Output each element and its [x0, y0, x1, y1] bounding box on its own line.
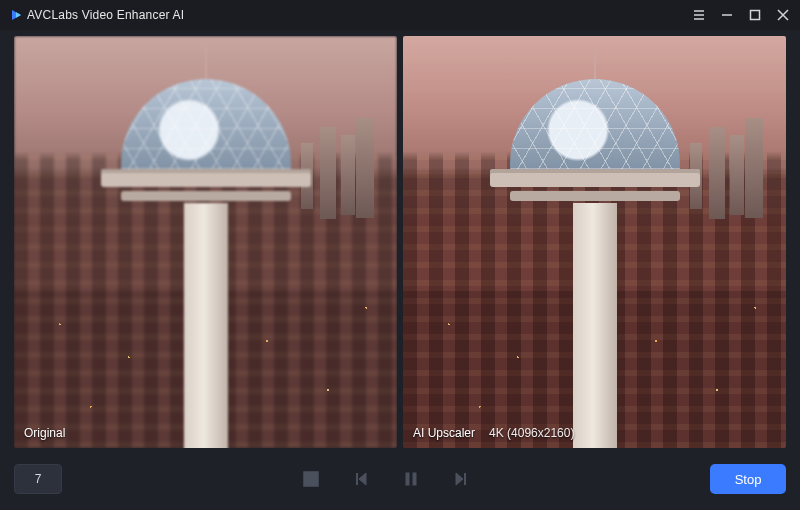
- upscaled-label-text: AI Upscaler: [413, 426, 475, 440]
- frame-number-value: 7: [35, 472, 42, 486]
- tower-graphic: [510, 69, 680, 448]
- pause-icon[interactable]: [400, 468, 422, 490]
- app-title: AVCLabs Video Enhancer AI: [27, 8, 184, 22]
- frame-number-input[interactable]: 7: [14, 464, 62, 494]
- upscaled-label: AI Upscaler 4K (4096x2160): [413, 426, 574, 440]
- tower-graphic: [121, 69, 291, 448]
- upscaled-pane: AI Upscaler 4K (4096x2160): [403, 36, 786, 448]
- svg-rect-0: [751, 11, 760, 20]
- window-controls: [692, 8, 790, 22]
- app-logo-icon: [12, 10, 21, 20]
- titlebar: AVCLabs Video Enhancer AI: [0, 0, 800, 30]
- svg-rect-4: [413, 473, 416, 485]
- svg-rect-2: [308, 476, 314, 482]
- close-icon[interactable]: [776, 8, 790, 22]
- bottombar: 7 Stop: [0, 448, 800, 510]
- comparison-split: Original AI Upscaler 4K (4096x2160): [14, 36, 786, 448]
- upscaled-resolution: 4K (4096x2160): [489, 426, 574, 440]
- stop-button[interactable]: Stop: [710, 464, 786, 494]
- preview-area: Original AI Upscaler 4K (4096x2160): [0, 30, 800, 448]
- original-pane: Original: [14, 36, 397, 448]
- stop-button-label: Stop: [735, 472, 762, 487]
- next-frame-icon[interactable]: [450, 468, 472, 490]
- original-label: Original: [24, 426, 65, 440]
- svg-rect-3: [406, 473, 409, 485]
- maximize-icon[interactable]: [748, 8, 762, 22]
- fullscreen-icon[interactable]: [300, 468, 322, 490]
- playback-controls: [72, 468, 700, 490]
- minimize-icon[interactable]: [720, 8, 734, 22]
- original-label-text: Original: [24, 426, 65, 440]
- titlebar-left: AVCLabs Video Enhancer AI: [12, 8, 184, 22]
- prev-frame-icon[interactable]: [350, 468, 372, 490]
- menu-icon[interactable]: [692, 8, 706, 22]
